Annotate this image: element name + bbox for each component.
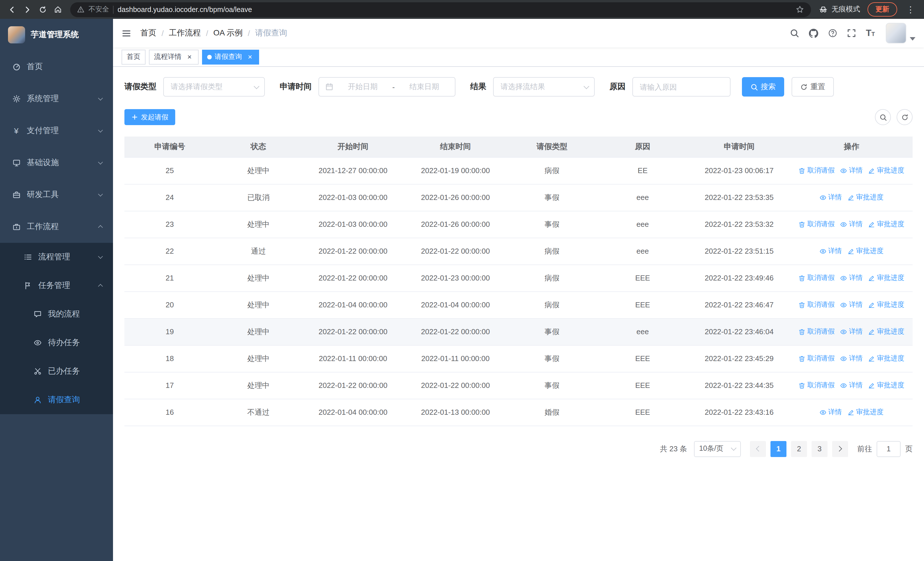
- sidebar-item-process-management[interactable]: 流程管理: [0, 243, 113, 271]
- sidebar-item-dev-tools[interactable]: 研发工具: [0, 179, 113, 211]
- detail-link[interactable]: 详情: [840, 165, 862, 175]
- search-icon: [750, 83, 758, 90]
- refresh-table-button[interactable]: [897, 109, 913, 125]
- app-logo[interactable]: 芋道管理系统: [0, 19, 113, 51]
- search-button[interactable]: 搜索: [742, 77, 784, 96]
- detail-link[interactable]: 详情: [840, 327, 862, 337]
- sidebar-item-my-process[interactable]: 我的流程: [0, 300, 113, 328]
- detail-link[interactable]: 详情: [819, 193, 842, 202]
- edit-icon: [868, 221, 875, 228]
- back-icon: [8, 5, 16, 14]
- detail-link[interactable]: 详情: [840, 220, 862, 229]
- detail-link[interactable]: 详情: [840, 300, 862, 310]
- breadcrumb-item[interactable]: 工作流程: [169, 28, 201, 38]
- help-icon[interactable]: [828, 29, 837, 38]
- github-icon[interactable]: [809, 28, 818, 38]
- scissors-icon: [33, 367, 41, 375]
- eye-icon: [819, 248, 826, 254]
- breadcrumb-item[interactable]: OA 示例: [213, 28, 243, 38]
- browser-forward-icon[interactable]: [20, 2, 35, 17]
- column-header: 请假类型: [507, 137, 597, 157]
- detail-link[interactable]: 详情: [819, 407, 842, 417]
- table-row: 22通过2022-01-22 00:00:002022-01-22 00:00:…: [124, 238, 913, 265]
- sidebar-item-system-management[interactable]: 系统管理: [0, 83, 113, 115]
- page-button-2[interactable]: 2: [791, 441, 807, 457]
- trash-icon: [799, 301, 806, 308]
- approval-progress-link[interactable]: 审批进度: [868, 220, 904, 229]
- bookmark-star-icon[interactable]: [796, 5, 804, 14]
- start-date-input[interactable]: 开始日期: [339, 82, 387, 92]
- approval-progress-link[interactable]: 审批进度: [868, 381, 904, 390]
- page-button-1[interactable]: 1: [771, 441, 786, 457]
- tab-1[interactable]: 流程详情×: [149, 50, 199, 64]
- close-icon[interactable]: ×: [246, 53, 254, 61]
- user-menu[interactable]: [886, 23, 915, 44]
- detail-link[interactable]: 详情: [840, 353, 862, 363]
- end-date-input[interactable]: 结束日期: [400, 82, 448, 92]
- next-page-button[interactable]: [832, 441, 848, 457]
- workflow-icon: [12, 223, 20, 231]
- tab-2[interactable]: 请假查询×: [202, 50, 259, 64]
- sidebar-item-task-management[interactable]: 任务管理: [0, 271, 113, 300]
- goto-page-input[interactable]: [877, 441, 901, 457]
- chevron-up-icon: [98, 225, 103, 230]
- edit-icon: [848, 248, 854, 254]
- sidebar-item-home[interactable]: 首页: [0, 51, 113, 83]
- approval-progress-link[interactable]: 审批进度: [868, 353, 904, 363]
- sidebar-toggle-icon[interactable]: [122, 28, 131, 38]
- approval-progress-link[interactable]: 审批进度: [848, 407, 884, 417]
- close-icon[interactable]: ×: [186, 53, 194, 61]
- detail-link[interactable]: 详情: [819, 246, 842, 256]
- cancel-leave-link[interactable]: 取消请假: [799, 300, 835, 310]
- reset-button[interactable]: 重置: [792, 77, 834, 96]
- date-range-picker[interactable]: 开始日期 - 结束日期: [318, 77, 455, 96]
- eye-icon: [840, 221, 847, 228]
- edit-icon: [868, 355, 875, 362]
- toggle-search-button[interactable]: [875, 109, 891, 125]
- sidebar-item-leave-query[interactable]: 请假查询: [0, 386, 113, 414]
- browser-chrome: 不安全 dashboard.yudao.iocoder.cn/bpm/oa/le…: [0, 0, 924, 19]
- result-select[interactable]: 请选择流结果: [493, 77, 595, 96]
- approval-progress-link[interactable]: 审批进度: [848, 193, 884, 202]
- browser-home-icon[interactable]: [50, 2, 66, 17]
- sidebar-item-done-tasks[interactable]: 已办任务: [0, 357, 113, 386]
- header-search-icon[interactable]: [790, 29, 799, 38]
- font-size-icon[interactable]: TT: [866, 29, 875, 38]
- prev-page-button[interactable]: [750, 441, 766, 457]
- sidebar-item-infrastructure[interactable]: 基础设施: [0, 147, 113, 179]
- page-button-3[interactable]: 3: [812, 441, 828, 457]
- approval-progress-link[interactable]: 审批进度: [848, 246, 884, 256]
- fullscreen-icon[interactable]: [847, 29, 856, 38]
- cancel-leave-link[interactable]: 取消请假: [799, 353, 835, 363]
- browser-reload-icon[interactable]: [35, 2, 50, 17]
- table-row: 21处理中2022-01-22 00:00:002022-01-23 00:00…: [124, 265, 913, 291]
- cancel-leave-link[interactable]: 取消请假: [799, 273, 835, 283]
- list-icon: [24, 253, 32, 261]
- reason-input[interactable]: [632, 77, 730, 96]
- detail-link[interactable]: 详情: [840, 381, 862, 390]
- cancel-leave-link[interactable]: 取消请假: [799, 327, 835, 337]
- sidebar-item-todo-tasks[interactable]: 待办任务: [0, 328, 113, 357]
- browser-back-icon[interactable]: [4, 2, 20, 17]
- sidebar-item-payment-management[interactable]: ¥支付管理: [0, 115, 113, 147]
- browser-menu-icon[interactable]: ⋮: [904, 4, 916, 15]
- create-leave-button[interactable]: 发起请假: [124, 109, 175, 125]
- cancel-leave-link[interactable]: 取消请假: [799, 220, 835, 229]
- approval-progress-link[interactable]: 审批进度: [868, 165, 904, 175]
- browser-update-button[interactable]: 更新: [867, 2, 897, 17]
- approval-progress-link[interactable]: 审批进度: [868, 273, 904, 283]
- detail-link[interactable]: 详情: [840, 273, 862, 283]
- chevron-down-icon: [98, 160, 103, 164]
- leave-type-select[interactable]: 请选择请假类型: [163, 77, 265, 96]
- cancel-leave-link[interactable]: 取消请假: [799, 381, 835, 390]
- page-content: 请假类型 请选择请假类型 申请时间 开始日期 - 结束日期: [113, 67, 924, 561]
- sidebar-item-workflow[interactable]: 工作流程: [0, 211, 113, 243]
- breadcrumb-item[interactable]: 首页: [140, 28, 156, 38]
- approval-progress-link[interactable]: 审批进度: [868, 327, 904, 337]
- approval-progress-link[interactable]: 审批进度: [868, 300, 904, 310]
- cancel-leave-link[interactable]: 取消请假: [799, 165, 835, 175]
- browser-url-bar[interactable]: 不安全 dashboard.yudao.iocoder.cn/bpm/oa/le…: [70, 2, 811, 17]
- page-size-select[interactable]: 10条/页: [694, 441, 741, 457]
- navbar-actions: TT: [790, 23, 915, 44]
- tab-0[interactable]: 首页: [122, 50, 146, 64]
